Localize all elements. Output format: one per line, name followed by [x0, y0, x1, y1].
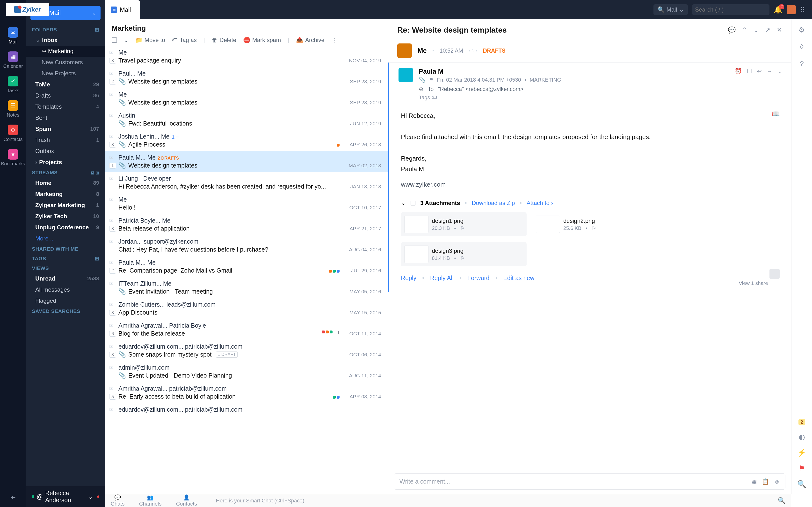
mail-row[interactable]: ✉ITTeam Zillum... Me📎Event Invitation - … [105, 277, 388, 298]
folder-spam[interactable]: Spam107 [26, 123, 105, 134]
remind-icon[interactable]: ⏰ [735, 68, 742, 74]
more-icon[interactable]: ⋮ [331, 37, 337, 44]
view-all[interactable]: All messages [26, 284, 105, 295]
streams-actions-icon[interactable]: ⧉ ⊞ [91, 170, 99, 175]
mail-row[interactable]: ⚑✉3Zombie Cutters... leads@zillum.comApp… [105, 298, 388, 319]
clipboard-icon[interactable]: 📋 [762, 478, 769, 485]
mail-row[interactable]: ✉admin@zillum.com📎Event Updated - Demo V… [105, 361, 388, 382]
forward-button[interactable]: Forward [467, 275, 490, 282]
streams-more[interactable]: More .. [26, 233, 105, 244]
comment-input[interactable]: Write a comment... ▦ 📋 ☺ [394, 473, 785, 490]
reply-button[interactable]: Reply [401, 275, 416, 282]
rail-notes[interactable]: ☰Notes [5, 97, 21, 121]
archive-button[interactable]: 📥 Archive [296, 37, 324, 44]
folder-marketing[interactable]: ↪ Marketing [26, 46, 105, 57]
help-icon[interactable]: ? [800, 60, 804, 68]
stream-zylgear[interactable]: Zylgear Marketing1 [26, 200, 105, 211]
chat-icon[interactable]: 💬 [728, 26, 735, 34]
stream-home[interactable]: Home89 [26, 177, 105, 188]
emoji-icon[interactable]: ☺ [774, 478, 780, 485]
bb-channels[interactable]: 👥Channels [139, 495, 161, 507]
reply-icon[interactable]: ↩ [757, 68, 762, 74]
folder-templates[interactable]: Templates4 [26, 101, 105, 112]
moveto-button[interactable]: 📁 Move to [135, 37, 165, 44]
attachment-card[interactable]: design1.png20.3 KB • ⚐ [401, 212, 526, 236]
mail-row[interactable]: ⚑✉2Paula M... MeRe. Comparison page: Zoh… [105, 256, 388, 277]
flag-icon[interactable]: ⚑ [429, 77, 434, 83]
stream-marketing[interactable]: Marketing8 [26, 188, 105, 200]
stream-unplug[interactable]: Unplug Conference9 [26, 222, 105, 233]
mail-row[interactable]: ✉Li Jung - DeveloperHi Rebecca Anderson,… [105, 172, 388, 193]
rail-tasks[interactable]: ✓Tasks [5, 72, 21, 97]
markspam-button[interactable]: ⛔ Mark spam [243, 37, 281, 44]
select-all-checkbox[interactable] [112, 38, 117, 43]
folder-projects[interactable]: ›Projects [26, 157, 105, 168]
next-icon[interactable]: ⌄ [754, 26, 759, 34]
folder-outbox[interactable]: Outbox [26, 146, 105, 157]
circle-icon[interactable]: ◐ [799, 433, 805, 441]
mail-row[interactable]: ✉3MeTravel package enquiryNOV 04, 2019 [105, 46, 388, 67]
tagas-button[interactable]: 🏷 Tag as [172, 37, 197, 44]
delete-button[interactable]: 🗑 Delete [212, 37, 236, 44]
apps-icon[interactable]: ◊ [800, 43, 804, 51]
more-icon[interactable]: ⌄ [777, 68, 782, 74]
flag-icon[interactable]: ⚑ [799, 464, 805, 472]
rail-bookmarks[interactable]: ★Bookmarks [5, 146, 21, 170]
mail-row[interactable]: ⚑✉5Amritha Agrawal... patriciab@zillum.c… [105, 382, 388, 403]
stream-zylker-tech[interactable]: Zylker Tech10 [26, 211, 105, 222]
bb-chats[interactable]: 💬Chats [111, 495, 124, 507]
search-scope[interactable]: 🔍 Mail ⌄ [654, 4, 688, 15]
mail-row[interactable]: ⚑✉6Amritha Agrawal... Patricia BoyleBlog… [105, 319, 388, 340]
editnew-button[interactable]: Edit as new [503, 275, 534, 282]
collapse-icon[interactable]: ⇤ [10, 494, 16, 501]
folder-trash[interactable]: Trash1 [26, 134, 105, 146]
mail-row[interactable]: ✉3Patricia Boyle... MeBeta release of ap… [105, 214, 388, 235]
mail-row[interactable]: ✉Jordan... support@zylker.comChat : Hey … [105, 235, 388, 256]
mail-row[interactable]: ✉Me📎Website design templatesSEP 28, 2019 [105, 88, 388, 109]
search-input[interactable] [692, 4, 769, 15]
attachment-card[interactable]: design3.png81.4 KB • ⚐ [401, 242, 526, 266]
download-zip[interactable]: Download as Zip [472, 200, 515, 207]
add-tag-icon[interactable]: ⊞ [95, 256, 99, 262]
draft-row[interactable]: Me • 10:52 AM • ⚐ • DRAFTS [388, 39, 791, 62]
book-icon[interactable]: 📖 [772, 108, 779, 119]
prev-icon[interactable]: ⌃ [742, 26, 747, 34]
view-unread[interactable]: Unread2533 [26, 273, 105, 284]
rail-contacts[interactable]: ☺Contacts [5, 121, 21, 146]
insert-icon[interactable]: ▦ [751, 478, 757, 485]
bolt-icon[interactable]: ⚡ [797, 448, 806, 457]
search-icon[interactable]: 🔍 [797, 480, 806, 488]
mail-row[interactable]: ✉1Paula M... Me2 DRAFTS📎Website design t… [105, 151, 388, 172]
mail-row[interactable]: ✉2Paul... Me📎Website design templatesSEP… [105, 67, 388, 88]
replyall-button[interactable]: Reply All [430, 275, 454, 282]
mail-row[interactable]: ✉3eduardov@zillum.com... patriciab@zillu… [105, 340, 388, 361]
apps-icon[interactable]: ⠿ [800, 6, 805, 14]
bb-search-icon[interactable]: 🔍 [778, 497, 785, 504]
mail-row[interactable]: ✉3Joshua Lenin... Me1 ≡📎Agile ProcessAPR… [105, 130, 388, 151]
bb-contacts[interactable]: 👤Contacts [176, 495, 197, 507]
folder-inbox[interactable]: ⌄Inbox [26, 35, 105, 46]
bell-icon[interactable]: 🔔2 [774, 6, 782, 14]
rail-mail[interactable]: ✉Mail [5, 24, 21, 48]
folder-new-projects[interactable]: New Projects [26, 68, 105, 79]
folder-tome[interactable]: ToMe29 [26, 79, 105, 90]
add-folder-icon[interactable]: ⊞ [95, 27, 99, 33]
view-shares[interactable]: View 1 share [739, 280, 768, 286]
mail-row[interactable]: ✉Austin📎Fwd: Beautiful locationsJUN 12, … [105, 109, 388, 130]
folder-drafts[interactable]: Drafts86 [26, 90, 105, 101]
popout-icon[interactable]: ↗ [765, 26, 770, 34]
mail-row[interactable]: ✉MeHello !OCT 10, 2017 [105, 193, 388, 214]
select-all-att[interactable] [411, 201, 415, 206]
forward-icon[interactable]: → [767, 68, 772, 74]
avatar[interactable] [786, 5, 796, 14]
mail-row[interactable]: ✉eduardov@zillum.com... patriciab@zillum… [105, 403, 388, 417]
badge-count[interactable]: 2 [799, 419, 805, 426]
view-flagged[interactable]: Flagged [26, 295, 105, 306]
task-icon[interactable]: ☐ [747, 68, 752, 74]
attachment-card[interactable]: design2.png25.6 KB • ⚐ [532, 212, 658, 236]
current-user[interactable]: @ Rebecca Anderson ⌄ [26, 486, 105, 507]
gear-icon[interactable]: ⚙ [799, 25, 805, 34]
tab-mail[interactable]: ✉Mail [105, 0, 140, 19]
attach-to[interactable]: Attach to › [526, 200, 553, 207]
folder-sent[interactable]: Sent [26, 112, 105, 123]
